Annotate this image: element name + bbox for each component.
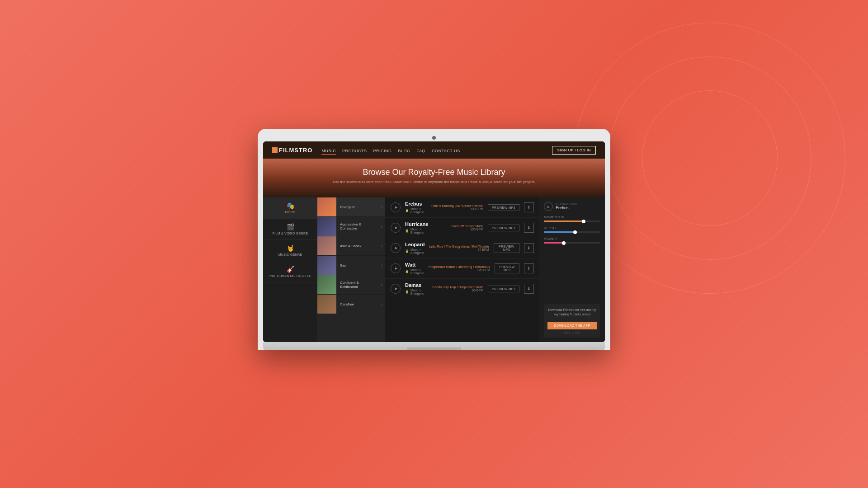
download-button-hurricane[interactable] — [524, 223, 534, 233]
track-info-watt: Watt 🔒 Mood > Energetic — [405, 262, 424, 275]
play-button-damas[interactable] — [391, 284, 401, 294]
category-awe[interactable]: Awe & Shock › — [317, 236, 385, 256]
download-button-leopard[interactable] — [524, 243, 534, 253]
category-thumb-awe — [317, 236, 336, 255]
track-row-damas: Damas 🔒 Mood > Energetic Ghetto / Hip Ho… — [385, 279, 539, 299]
nav-link-contact[interactable]: CONTACT US — [432, 149, 460, 153]
track-row-hurricane: Hurricane 🔒 Mood > Energetic Face-Off / … — [385, 218, 539, 238]
track-tag-text-damas: Ghetto / Hip Hop / Disgruntled Youth — [432, 286, 483, 289]
lock-icon-watt: 🔒 — [405, 270, 409, 273]
preview-button-hurricane[interactable]: PREVIEW MP3 — [488, 225, 519, 231]
track-bpm-hurricane: 150 BPM — [438, 228, 483, 231]
momentum-section: MOMENTUM — [544, 216, 600, 222]
preview-button-leopard[interactable]: PREVIEW MP3 — [494, 243, 519, 253]
track-meta-erebus: 🔒 Mood > Energetic — [405, 207, 426, 214]
preview-button-watt[interactable]: PREVIEW MP3 — [495, 263, 519, 273]
power-fill — [544, 242, 564, 244]
nav-link-products[interactable]: PRODUCTS — [342, 149, 367, 153]
play-button-erebus[interactable] — [391, 202, 401, 212]
category-name-awe: Awe & Shock — [336, 244, 381, 248]
logo: FILMSTRO — [272, 147, 312, 154]
download-button-watt[interactable] — [524, 263, 534, 273]
chevron-right-icon-6: › — [381, 302, 385, 307]
sidebar-item-instrumental[interactable]: 🎸 Instrumental Palette — [263, 261, 317, 282]
track-row-watt: Watt 🔒 Mood > Energetic Progressive Hous… — [385, 258, 539, 279]
track-bpm-value-erebus: 130 — [470, 207, 476, 211]
play-button-watt[interactable] — [391, 263, 401, 273]
nav-item-faq[interactable]: FAQ — [416, 146, 425, 154]
nav-link-music[interactable]: MUSIC — [321, 149, 336, 155]
download-button-damas[interactable] — [524, 284, 534, 294]
track-bpm-label-leopard: BPM — [482, 248, 489, 251]
power-section: POWER — [544, 237, 600, 244]
sidebar-label-music-genre: Music Genre — [278, 253, 302, 256]
category-name-carefree: Carefree — [336, 302, 381, 306]
momentum-slider[interactable] — [544, 221, 600, 222]
nav-link-blog[interactable]: BLOG — [398, 149, 410, 153]
depth-label: DEPTH — [544, 226, 600, 230]
track-title-erebus: Erebus — [405, 201, 426, 206]
signup-button[interactable]: SIGN UP / LOG IN — [552, 146, 596, 155]
sidebar-label-instrumental: Instrumental Palette — [269, 274, 311, 277]
depth-thumb[interactable] — [573, 230, 577, 234]
sidebar-item-film[interactable]: 🎬 Film & Video Genre — [263, 219, 317, 240]
category-confident[interactable]: Confident & Exhilarated › — [317, 275, 385, 295]
track-bpm-label-erebus: BPM — [476, 207, 483, 211]
depth-section: DEPTH — [544, 226, 600, 233]
track-tags-leopard: Let's Ride / The Gang Unites / Full Thro… — [429, 245, 489, 251]
lock-icon-erebus: 🔒 — [405, 209, 409, 212]
now-playing-info: PLAYING NOW Erebus — [556, 203, 600, 210]
sidebar-label-mood: Mood — [285, 211, 296, 214]
play-button-leopard[interactable] — [391, 243, 401, 253]
play-button-hurricane[interactable] — [391, 223, 401, 233]
power-thumb[interactable] — [562, 241, 566, 245]
sidebar-item-music-genre[interactable]: 🤘 Music Genre — [263, 240, 317, 261]
download-button-erebus[interactable] — [524, 202, 534, 212]
preview-button-erebus[interactable]: PREVIEW MP3 — [488, 204, 519, 211]
nav-item-music[interactable]: MUSIC — [321, 146, 336, 154]
film-icon: 🎬 — [287, 223, 294, 230]
chevron-right-icon: › — [381, 205, 385, 210]
track-bpm-damas: 90 BPM — [432, 289, 483, 292]
track-bpm-value-leopard: 97 — [478, 248, 481, 251]
lock-icon-leopard: 🔒 — [405, 249, 409, 253]
nav-item-products[interactable]: PRODUCTS — [342, 146, 367, 154]
hero-subtitle: Use the sliders to explore each track. D… — [272, 180, 596, 184]
nav-link-faq[interactable]: FAQ — [416, 149, 425, 153]
category-aggressive[interactable]: Aggressive & Combative › — [317, 217, 385, 236]
nav-item-blog[interactable]: BLOG — [398, 146, 410, 154]
track-info-erebus: Erebus 🔒 Mood > Energetic — [405, 201, 426, 214]
track-row-erebus: Erebus 🔒 Mood > Energetic Time Is Runnin… — [385, 197, 539, 218]
nav-link-pricing[interactable]: PRICING — [373, 149, 392, 153]
category-energetic[interactable]: Energetic › — [317, 197, 385, 217]
hero-title: Browse Our Royalty-Free Music Library — [272, 168, 596, 177]
category-name-sad: Sad — [336, 263, 381, 267]
momentum-thumb[interactable] — [582, 220, 585, 223]
track-tag-text-hurricane: Face-Off / Beast Mode — [438, 225, 483, 228]
nav-item-pricing[interactable]: PRICING — [373, 146, 392, 154]
sidebar-label-film: Film & Video Genre — [273, 232, 308, 235]
track-info-hurricane: Hurricane 🔒 Mood > Energetic — [405, 221, 434, 234]
category-list: Energetic › Aggressive & Combative › Awe… — [317, 197, 385, 342]
right-panel: PLAYING NOW Erebus MOMENTUM — [539, 197, 605, 342]
power-slider[interactable] — [544, 242, 600, 244]
website: FILMSTRO MUSIC PRODUCTS PRICING — [263, 141, 605, 342]
depth-slider[interactable] — [544, 231, 600, 233]
track-tags-watt: Progressive House / Unnerving / Mysterio… — [429, 265, 491, 272]
track-list: Erebus 🔒 Mood > Energetic Time Is Runnin… — [385, 197, 539, 342]
nav-item-contact[interactable]: CONTACT US — [432, 146, 460, 154]
os-version-text: OS X 10.13.3 — [564, 331, 580, 334]
preview-button-damas[interactable]: PREVIEW MP3 — [488, 286, 519, 292]
category-thumb-sad — [317, 256, 336, 275]
sidebar-item-mood[interactable]: 🎭 Mood — [263, 197, 317, 219]
category-carefree[interactable]: Carefree › — [317, 295, 385, 314]
track-bpm-leopard: 97 BPM — [429, 248, 489, 251]
download-app-section: Download Filmstro for free and try keyfr… — [544, 304, 600, 338]
chevron-right-icon-2: › — [381, 224, 385, 229]
track-title-leopard: Leopard — [405, 242, 425, 247]
download-app-button[interactable]: DOWNLOAD THE APP — [547, 322, 597, 329]
category-sad[interactable]: Sad › — [317, 256, 385, 275]
track-tags-hurricane: Face-Off / Beast Mode 150 BPM — [438, 225, 483, 231]
now-playing-play-button[interactable] — [544, 202, 553, 211]
track-meta-watt: 🔒 Mood > Energetic — [405, 268, 424, 275]
